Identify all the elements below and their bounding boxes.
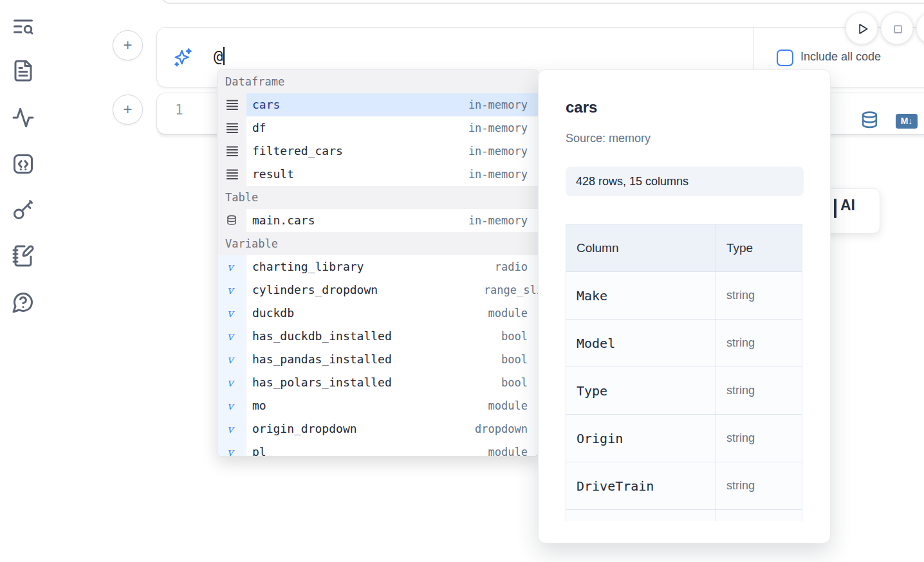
dataframe-icon [226, 145, 239, 158]
autocomplete-item-duckdb[interactable]: v duckdb module [217, 302, 539, 325]
autocomplete-item-clipped[interactable]: v pl module [217, 440, 539, 457]
table-row: Make string [566, 271, 802, 319]
schema-table: Column Type Make string Model string Typ… [566, 224, 802, 521]
variable-icon: v [227, 278, 234, 302]
section-header-variable: Variable [217, 232, 539, 255]
include-all-code-checkbox[interactable] [777, 50, 793, 66]
variable-icon: v [227, 371, 234, 394]
shape-badge: 428 rows, 15 columns [566, 167, 804, 196]
autocomplete-item-cylinders-dropdown[interactable]: v cylinders_dropdown range_sli [217, 278, 539, 302]
autocomplete-item-has-polars-installed[interactable]: v has_polars_installed bool [217, 371, 539, 394]
variable-icon: v [227, 440, 234, 457]
dataframe-icon [226, 168, 239, 181]
include-all-code-label: Include all code [800, 50, 881, 64]
markdown-icon[interactable]: M↓ [896, 114, 918, 129]
table-row: DriveTrain string [566, 462, 802, 509]
clipped-glyph [834, 199, 836, 218]
database-icon[interactable] [860, 111, 880, 131]
key-icon[interactable] [12, 198, 35, 221]
autocomplete-item-cars[interactable]: cars in-memory [217, 93, 539, 116]
dataframe-icon [226, 98, 239, 111]
autocomplete-item-charting-library[interactable]: v charting_library radio [217, 255, 539, 278]
autocomplete-item-filtered-cars[interactable]: filtered_cars in-memory [217, 140, 539, 163]
previous-cell-edge [161, 0, 924, 4]
list-search-icon[interactable] [12, 15, 35, 38]
table-row: Model string [566, 319, 802, 367]
sparkles-icon [172, 47, 193, 68]
preview-source: Source: memory [566, 132, 651, 145]
column-header: Column [566, 224, 716, 271]
table-row: Type string [566, 367, 802, 414]
autocomplete-item-result[interactable]: result in-memory [217, 163, 539, 186]
autocomplete-dropdown: Dataframe cars in-memory df in-memory fi… [217, 69, 539, 457]
run-button[interactable] [845, 12, 878, 44]
autocomplete-item-has-duckdb-installed[interactable]: v has_duckdb_installed bool [217, 325, 539, 348]
schema-table-header: Column Type [566, 224, 802, 271]
dataframe-icon [226, 122, 239, 134]
ai-query-text: @ [214, 48, 223, 66]
ai-prompt-input[interactable]: @ [214, 47, 225, 66]
autocomplete-item-has-pandas-installed[interactable]: v has_pandas_installed bool [217, 348, 539, 371]
variable-icon: v [227, 255, 234, 278]
type-header: Type [716, 224, 802, 271]
add-cell-button-top[interactable]: + [113, 30, 143, 60]
autocomplete-item-origin-dropdown[interactable]: v origin_dropdown dropdown [217, 417, 539, 440]
table-row: Origin string [566, 414, 802, 462]
dataframe-preview-panel: cars Source: memory 428 rows, 15 columns… [538, 69, 831, 543]
autocomplete-item-main-cars[interactable]: main.cars in-memory [217, 209, 539, 232]
preview-title: cars [566, 98, 597, 116]
variable-icon: v [227, 394, 234, 417]
scratchpad-icon[interactable] [12, 244, 35, 267]
autocomplete-item-mo[interactable]: v mo module [217, 394, 539, 417]
text-caret [223, 47, 225, 65]
line-number: 1 [175, 102, 183, 118]
variable-icon: v [227, 302, 234, 325]
notebook-page: + + @ Include all code 1 M↓ AI [0, 0, 924, 562]
table-database-icon [226, 215, 237, 226]
section-header-table: Table [217, 186, 539, 209]
help-icon[interactable] [12, 291, 35, 314]
autocomplete-item-df[interactable]: df in-memory [217, 116, 539, 140]
variable-icon: v [227, 417, 234, 440]
code-snippets-icon[interactable] [12, 152, 35, 176]
activity-icon[interactable] [12, 106, 35, 129]
variable-icon: v [227, 348, 234, 371]
file-text-icon[interactable] [12, 59, 35, 82]
stop-button[interactable] [881, 12, 913, 44]
variable-icon: v [227, 325, 234, 348]
section-header-dataframe: Dataframe [217, 70, 539, 93]
table-row-clipped [566, 509, 802, 521]
add-cell-button-bottom[interactable]: + [113, 95, 143, 125]
ai-action-label: AI [840, 197, 855, 214]
